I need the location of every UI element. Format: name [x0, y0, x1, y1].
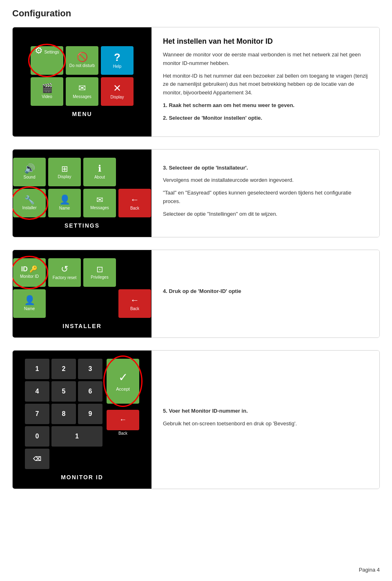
tile-display-settings[interactable]: ⊞ Display	[48, 158, 81, 186]
tile-empty-1	[48, 289, 81, 318]
sound-icon: 🔊	[24, 164, 35, 173]
tile-do-not-disturb[interactable]: 🚫 Do not disturb	[66, 46, 98, 75]
help-label: Help	[113, 64, 122, 69]
numpad-5[interactable]: 5	[51, 381, 76, 402]
tile-video[interactable]: 🎬 Video	[31, 77, 63, 106]
numpad-9[interactable]: 9	[78, 404, 102, 424]
tile-name-settings[interactable]: 👤 Name	[48, 189, 81, 217]
about-label: About	[94, 175, 105, 180]
tile-sound[interactable]: 🔊 Sound	[13, 158, 46, 186]
messages-label: Messages	[73, 94, 91, 99]
back-button-monitor-id[interactable]: ←	[107, 410, 139, 430]
tile-factory-reset[interactable]: ↺ Factory reset	[48, 258, 81, 287]
page-title: Configuration	[12, 8, 380, 19]
numpad: 1 2 3 4 5 6 7 8 9	[25, 359, 102, 424]
numpad-7[interactable]: 7	[25, 404, 49, 424]
numpad-3[interactable]: 3	[78, 359, 102, 379]
step2-title: 2. Selecteer de 'Monitor instellen' opti…	[163, 114, 368, 123]
sound-label: Sound	[24, 175, 36, 180]
help-icon: ?	[114, 52, 120, 63]
page-number: Pagina 4	[359, 567, 380, 573]
section-installer: ID 🔑 Monitor ID ↺ Factory reset ⊡ Privil…	[12, 250, 380, 338]
privileges-icon: ⊡	[96, 265, 103, 273]
back-monitor-id-label: Back	[118, 431, 127, 436]
section1-text: Het instellen van het Monitor ID Wanneer…	[151, 27, 379, 136]
numpad-bottom: 0 1 ⌫	[25, 426, 102, 469]
name-installer-label: Name	[24, 306, 35, 311]
tile-monitor-id[interactable]: ID 🔑 Monitor ID	[13, 258, 46, 287]
section2-para3: Selecteer de optie "Instellingen" om dit…	[163, 210, 368, 219]
menu-screen-label: MENU	[72, 111, 92, 117]
tile-privileges[interactable]: ⊡ Privileges	[83, 258, 116, 287]
numpad-6[interactable]: 6	[78, 381, 102, 402]
installer-screen: ID 🔑 Monitor ID ↺ Factory reset ⊡ Privil…	[13, 250, 151, 337]
section2-para2: "Taal" en "Easyread" opties kunnen gesel…	[163, 189, 368, 206]
display-settings-icon: ⊞	[61, 165, 68, 173]
tile-display[interactable]: ✕ Display	[101, 77, 134, 106]
section2-para1: Vervolgens moet de installateurcode word…	[163, 176, 368, 185]
video-label: Video	[42, 94, 52, 99]
tile-back-installer[interactable]: ← Back	[118, 289, 151, 318]
numpad-8[interactable]: 8	[51, 404, 76, 424]
section-settings: 🔊 Sound ⊞ Display ℹ About 🔧 Installer	[12, 149, 380, 237]
back-installer-icon: ←	[130, 296, 139, 305]
accept-label: Accept	[116, 387, 130, 391]
step1-title: 1. Raak het scherm aan om het menu weer …	[163, 101, 368, 110]
tile-installer[interactable]: 🔧 Installer	[13, 189, 46, 217]
privileges-label: Privileges	[91, 275, 108, 280]
numpad-2[interactable]: 2	[51, 359, 76, 379]
tile-back-settings[interactable]: ← Back	[118, 189, 151, 217]
settings-screen-label: SETTINGS	[65, 222, 100, 229]
accept-checkmark-icon: ✓	[118, 371, 128, 384]
tile-settings[interactable]: ⚙ Settings	[31, 46, 63, 75]
do-not-disturb-icon: 🚫	[77, 53, 88, 62]
messages-settings-icon: ✉	[96, 196, 103, 204]
installer-screen-label: INSTALLER	[62, 323, 102, 329]
tile-messages[interactable]: ✉ Messages	[66, 77, 98, 106]
messages-icon: ✉	[78, 84, 86, 93]
tile-name-installer[interactable]: 👤 Name	[13, 289, 46, 318]
monitor-id-screen: 1 2 3 4 5 6 7 8 9 0 1 ⌫	[13, 351, 151, 489]
monitor-id-screen-label: MONITOR ID	[61, 474, 103, 480]
section4-text: 5. Voer het Monitor ID-nummer in. Gebrui…	[151, 351, 379, 489]
video-icon: 🎬	[42, 84, 53, 93]
display-label: Display	[111, 95, 124, 100]
section-menu: ⚙ Settings 🚫 Do not disturb ? Help 🎬 Vid…	[12, 27, 380, 137]
settings-icon: ⚙	[35, 45, 43, 56]
step3-title: 3. Selecteer de optie 'Installateur'.	[163, 164, 368, 172]
display-icon: ✕	[113, 83, 121, 93]
name-settings-icon: 👤	[59, 195, 70, 204]
name-installer-icon: 👤	[24, 296, 35, 305]
settings-screen: 🔊 Sound ⊞ Display ℹ About 🔧 Installer	[13, 150, 151, 237]
accept-button[interactable]: ✓ Accept	[107, 359, 139, 404]
numpad-4[interactable]: 4	[25, 381, 49, 402]
back-installer-label: Back	[130, 306, 139, 311]
section4-para1: Gebruik het on-screen toetsenbord en dru…	[163, 420, 368, 428]
back-settings-icon: ←	[130, 195, 139, 204]
menu-screen: ⚙ Settings 🚫 Do not disturb ? Help 🎬 Vid…	[13, 27, 151, 136]
back-settings-label: Back	[130, 206, 139, 211]
tile-about[interactable]: ℹ About	[83, 158, 116, 186]
monitor-id-icon: ID 🔑	[21, 266, 38, 273]
numpad-1[interactable]: 1	[25, 359, 49, 379]
tile-messages-settings[interactable]: ✉ Messages	[83, 189, 116, 217]
numpad-1b[interactable]: 1	[51, 426, 102, 447]
section1-title: Het instellen van het Monitor ID	[163, 37, 368, 46]
messages-settings-label: Messages	[90, 206, 109, 210]
step4-title: 4. Druk op de 'Monitor-ID' optie	[163, 287, 368, 296]
installer-icon: 🔧	[24, 196, 35, 204]
factory-reset-icon: ↺	[61, 265, 68, 274]
section2-text: 3. Selecteer de optie 'Installateur'. Ve…	[151, 150, 379, 237]
installer-label: Installer	[22, 206, 36, 210]
numpad-backspace[interactable]: ⌫	[25, 449, 49, 469]
name-settings-label: Name	[59, 206, 70, 211]
section1-para2: Het monitor-ID is het nummer dat een bez…	[163, 72, 368, 97]
step5-title: 5. Voer het Monitor ID-nummer in.	[163, 407, 368, 416]
tile-help[interactable]: ? Help	[101, 46, 134, 75]
about-icon: ℹ	[98, 164, 101, 173]
monitor-id-label: Monitor ID	[20, 274, 39, 279]
numpad-0[interactable]: 0	[25, 426, 49, 447]
do-not-disturb-label: Do not disturb	[69, 63, 95, 68]
factory-reset-label: Factory reset	[53, 275, 76, 280]
settings-label: Settings	[44, 50, 59, 54]
